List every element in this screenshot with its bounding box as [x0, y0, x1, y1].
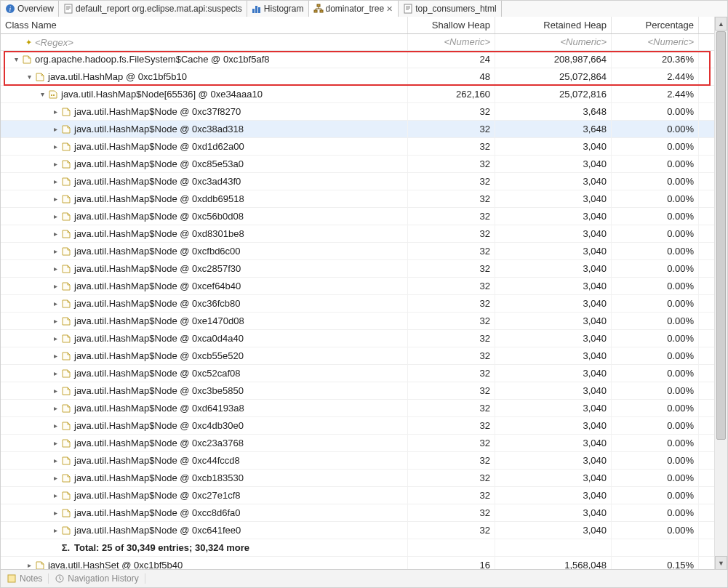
row-label: org.apache.hadoop.fs.FileSystem$Cache @ … — [35, 54, 270, 65]
tree-row[interactable]: ▸java.util.HashMap$Node @ 0xc3be5850323,… — [1, 382, 715, 400]
info-icon: i — [5, 4, 15, 14]
tree-twisty-icon[interactable]: ▸ — [50, 473, 60, 483]
tree-twisty-icon[interactable]: ▸ — [50, 403, 60, 414]
tree-twisty-icon[interactable]: ▸ — [50, 351, 60, 361]
tree-row[interactable]: ▸java.util.HashMap$Node @ 0xc2857f30323,… — [1, 260, 715, 278]
tab-top_consumers_html[interactable]: top_consumers_html — [399, 1, 501, 17]
tree-row[interactable]: ▸java.util.HashMap$Node @ 0xc23a3768323,… — [1, 435, 715, 452]
tree-row[interactable]: ▸java.util.HashMap$Node @ 0xd8301be8323,… — [1, 225, 715, 243]
col-shallow[interactable]: Shallow Heap — [408, 17, 495, 33]
tree-twisty-icon[interactable]: ▸ — [50, 334, 60, 344]
filter-shallow[interactable]: <Numeric> — [408, 34, 495, 50]
tree-twisty-icon[interactable]: ▾ — [24, 72, 34, 82]
class-icon — [60, 455, 71, 466]
total-row[interactable]: Σ.Total: 25 of 30,349 entries; 30,324 mo… — [1, 539, 715, 557]
cell-shallow: 32 — [408, 400, 495, 416]
cell-retained: 3,040 — [495, 225, 612, 242]
tree-row[interactable]: ▸java.util.HashMap$Node @ 0xe1470d08323,… — [1, 313, 715, 330]
cell-retained: 3,040 — [495, 365, 612, 382]
tree-row[interactable]: ▸java.util.HashMap$Node @ 0xcef64b40323,… — [1, 278, 715, 295]
tree-twisty-icon[interactable]: ▸ — [50, 438, 60, 448]
cell-name: ▸java.util.HashMap$Node @ 0xcfbd6c00 — [1, 243, 408, 259]
tree-row[interactable]: ▸java.util.HashMap$Node @ 0xddb69518323,… — [1, 190, 715, 208]
bottom-tabs: NotesNavigation History — [1, 569, 727, 587]
class-icon — [60, 263, 71, 274]
svg-rect-6 — [317, 4, 320, 7]
tree-row[interactable]: ▸java.util.HashMap$Node @ 0xc52caf08323,… — [1, 365, 715, 382]
bottom-tab-navigation-history[interactable]: Navigation History — [49, 573, 145, 584]
tree-twisty-icon[interactable]: ▸ — [50, 456, 60, 466]
tree-row[interactable]: ▸java.util.HashMap$Node @ 0xc44fccd8323,… — [1, 452, 715, 470]
tree-row[interactable]: ▸java.util.HashMap$Node @ 0xc37f8270323,… — [1, 103, 715, 121]
tree-row[interactable]: ▸java.util.HashMap$Node @ 0xd1d62a00323,… — [1, 138, 715, 156]
tree-row[interactable]: ▸java.util.HashMap$Node @ 0xd64193a8323,… — [1, 400, 715, 417]
cell-retained: 3,040 — [495, 487, 612, 504]
tree-row[interactable]: ▸java.util.HashMap$Node @ 0xc38ad318323,… — [1, 121, 715, 138]
tree-twisty-icon[interactable]: ▸ — [50, 281, 60, 291]
tree-row[interactable]: ▸java.util.HashMap$Node @ 0xcb183530323,… — [1, 470, 715, 487]
tree-twisty-icon[interactable]: ▸ — [50, 316, 60, 326]
vertical-scrollbar[interactable]: ▲ ▼ — [714, 17, 727, 570]
tree-row[interactable]: ▸java.util.HashMap$Node @ 0xc56b0d08323,… — [1, 208, 715, 225]
tree-row[interactable]: ▸java.util.HashMap$Node @ 0xc36fcb80323,… — [1, 295, 715, 313]
tree-twisty-icon[interactable]: ▸ — [50, 368, 60, 379]
tree-twisty-icon[interactable]: ▸ — [50, 107, 60, 117]
scroll-thumb[interactable] — [716, 31, 726, 440]
tree-twisty-icon[interactable]: ▸ — [50, 386, 60, 396]
tree-twisty-icon[interactable]: ▸ — [50, 264, 60, 274]
tree-twisty-icon[interactable]: ▸ — [50, 246, 60, 257]
tree-row[interactable]: ▸java.util.HashMap$Node @ 0xc3ad43f0323,… — [1, 173, 715, 190]
tree-twisty-icon[interactable]: ▸ — [50, 491, 60, 501]
tree-row[interactable]: ▸java.util.HashMap$Node @ 0xcc8d6fa0323,… — [1, 504, 715, 522]
cell-name: ▸java.util.HashMap$Node @ 0xc36fcb80 — [1, 295, 408, 312]
tree-row[interactable]: ▾org.apache.hadoop.fs.FileSystem$Cache @… — [1, 51, 715, 68]
tree-twisty-icon[interactable]: ▸ — [50, 142, 60, 152]
cell-name: ▾java.util.HashMap$Node[65536] @ 0xe34aa… — [1, 86, 408, 102]
tree-twisty-icon[interactable]: ▸ — [50, 177, 60, 187]
tree-twisty-icon[interactable]: ▸ — [24, 560, 34, 571]
tree-twisty-icon[interactable]: ▸ — [50, 159, 60, 169]
tree-row[interactable]: ▾java.util.HashMap @ 0xc1bf5b104825,072,… — [1, 68, 715, 86]
class-icon — [60, 106, 71, 117]
col-percent[interactable]: Percentage — [612, 17, 699, 33]
tree-twisty-icon[interactable]: ▸ — [50, 194, 60, 204]
tree-row[interactable]: ▸java.util.HashMap$Node @ 0xca0d4a40323,… — [1, 330, 715, 347]
tree-row[interactable]: ▸java.util.HashMap$Node @ 0xc85e53a0323,… — [1, 156, 715, 173]
tree-row[interactable]: ▸java.util.HashSet @ 0xc1bf5b40161,568,0… — [1, 557, 715, 570]
bottom-tab-notes[interactable]: Notes — [1, 573, 49, 584]
tree-row[interactable]: ▸java.util.HashMap$Node @ 0xc641fee0323,… — [1, 522, 715, 539]
cell-retained: 3,040 — [495, 156, 612, 172]
tree-twisty-icon[interactable]: ▸ — [50, 508, 60, 518]
tree-twisty-icon[interactable]: ▸ — [50, 212, 60, 222]
scroll-up-arrow[interactable]: ▲ — [715, 17, 727, 31]
tree-row[interactable]: ▸java.util.HashMap$Node @ 0xcfbd6c00323,… — [1, 243, 715, 260]
filter-percent[interactable]: <Numeric> — [612, 34, 699, 50]
close-icon[interactable]: ✕ — [386, 4, 393, 14]
tab-overview[interactable]: iOverview — [1, 1, 59, 17]
cell-percent: 0.00% — [612, 382, 699, 399]
tree-twisty-icon[interactable]: ▸ — [50, 421, 60, 431]
tree-twisty-icon[interactable]: ▸ — [50, 124, 60, 134]
report-icon — [63, 4, 73, 14]
filter-classname[interactable]: ✦<Regex> — [1, 34, 408, 50]
tab-histogram[interactable]: Histogram — [247, 1, 309, 17]
tree-twisty-icon[interactable]: ▸ — [50, 525, 60, 536]
tab-label: Overview — [17, 4, 54, 14]
col-retained[interactable]: Retained Heap — [495, 17, 612, 33]
tree-row[interactable]: ▸java.util.HashMap$Node @ 0xcb55e520323,… — [1, 347, 715, 365]
tree-row[interactable]: ▾java.util.HashMap$Node[65536] @ 0xe34aa… — [1, 86, 715, 103]
tree-twisty-icon[interactable]: ▾ — [37, 89, 47, 100]
tree-twisty-icon[interactable]: ▸ — [50, 299, 60, 309]
tree-twisty-icon[interactable]: ▾ — [11, 55, 21, 65]
cell-retained: 3,040 — [495, 330, 612, 347]
tree-twisty-icon[interactable]: ▸ — [50, 229, 60, 239]
tab-default_report[interactable]: default_report org.eclipse.mat.api:suspe… — [59, 1, 247, 17]
cell-shallow: 32 — [408, 190, 495, 207]
scroll-down-arrow[interactable]: ▼ — [715, 556, 727, 570]
tree-row[interactable]: ▸java.util.HashMap$Node @ 0xc27e1cf8323,… — [1, 487, 715, 504]
filter-retained[interactable]: <Numeric> — [495, 34, 612, 50]
row-label: java.util.HashMap @ 0xc1bf5b10 — [48, 71, 187, 82]
col-classname[interactable]: Class Name — [1, 17, 408, 33]
tab-dominator_tree[interactable]: dominator_tree✕ — [309, 1, 399, 17]
tree-row[interactable]: ▸java.util.HashMap$Node @ 0xc4db30e0323,… — [1, 417, 715, 435]
